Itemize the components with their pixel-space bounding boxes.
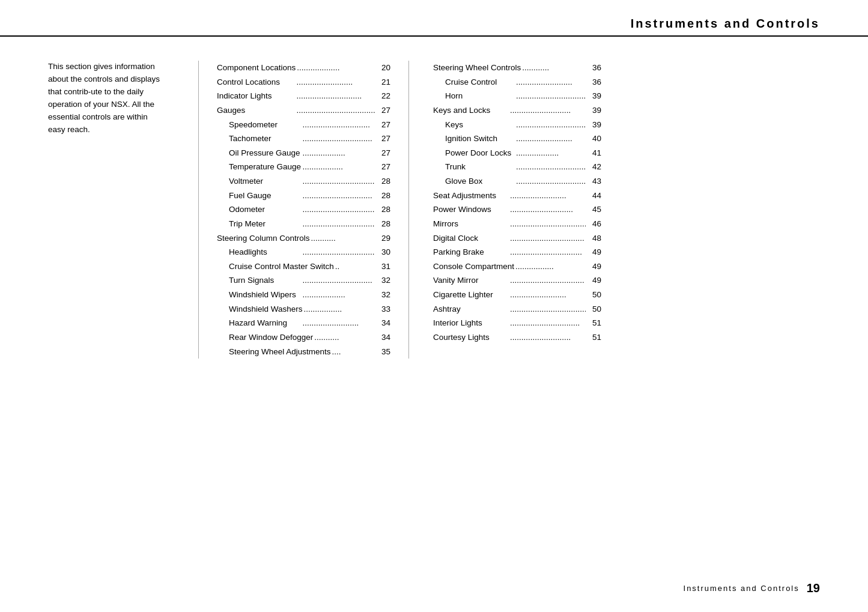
toc-right-item: Vanity Mirror...........................…	[433, 273, 601, 288]
toc-entry-page: 42	[587, 160, 601, 174]
toc-entry-dots: ................................	[510, 245, 586, 259]
toc-entry-page: 39	[587, 89, 601, 103]
toc-right-item: Trunk...................................…	[433, 160, 601, 174]
toc-entry-dots: .........................	[297, 75, 375, 89]
page-footer: Instruments and Controls 19	[684, 581, 820, 595]
toc-entry-dots: ...................	[303, 288, 375, 302]
toc-middle-item: Steering Column Controls...........29	[217, 231, 390, 246]
toc-right: Steering Wheel Controls............36Cru…	[409, 61, 601, 359]
toc-entry-page: 27	[376, 132, 390, 146]
toc-entry-dots: ...............................	[303, 273, 375, 288]
toc-entry-page: 29	[376, 231, 390, 246]
toc-entry-page: 48	[587, 231, 601, 246]
toc-middle: Component Locations...................20…	[217, 61, 409, 359]
toc-entry-dots: .......................................	[303, 174, 375, 189]
toc-middle-item: Indicator Lights........................…	[217, 89, 390, 103]
toc-entry-label: Speedometer	[229, 118, 302, 132]
toc-right-item: Seat Adjustments........................…	[433, 189, 601, 203]
toc-middle-item: Voltmeter...............................…	[217, 174, 390, 189]
toc-entry-dots: ..............................	[303, 118, 375, 132]
toc-entry-dots: ..................	[303, 160, 375, 174]
toc-entry-page: 49	[587, 245, 601, 259]
toc-right-item: Horn....................................…	[433, 89, 601, 103]
toc-entry-dots: ............................	[510, 202, 586, 217]
toc-entry-label: Rear Window Defogger	[229, 330, 313, 345]
toc-entry-dots: ...................	[516, 146, 586, 160]
toc-entry-dots: ....................................	[516, 174, 586, 189]
toc-entry-label: Mirrors	[433, 217, 509, 231]
toc-middle-item: Headlights..............................…	[217, 245, 390, 259]
toc-entry-page: 50	[587, 288, 601, 302]
toc-middle-item: Hazard Warning.........................3…	[217, 316, 390, 330]
toc-entry-dots: ..	[335, 259, 375, 274]
toc-entry-label: Vanity Mirror	[433, 273, 509, 288]
toc-entry-dots: ....................................	[303, 202, 375, 217]
toc-entry-dots: .............................	[297, 89, 375, 103]
toc-entry-page: 28	[376, 217, 390, 231]
toc-entry-page: 51	[587, 316, 601, 330]
footer-page-number: 19	[807, 581, 820, 595]
toc-entry-page: 36	[587, 61, 601, 75]
toc-entry-page: 36	[587, 75, 601, 89]
toc-entry-label: Indicator Lights	[217, 89, 296, 103]
toc-right-item: Cigarette Lighter.......................…	[433, 288, 601, 302]
toc-entry-label: Component Locations	[217, 61, 296, 75]
toc-entry-label: Courtesy Lights	[433, 330, 509, 345]
toc-right-item: Ignition Switch.........................…	[433, 132, 601, 146]
toc-middle-item: Gauges..................................…	[217, 103, 390, 118]
toc-entry-dots: .........................	[303, 316, 375, 330]
toc-entry-page: 31	[376, 259, 390, 274]
toc-entry-label: Glove Box	[445, 174, 515, 189]
toc-entry-label: Ignition Switch	[445, 132, 515, 146]
toc-entry-label: Tachometer	[229, 132, 302, 146]
toc-entry-page: 34	[376, 316, 390, 330]
toc-entry-page: 30	[376, 245, 390, 259]
toc-entry-page: 44	[587, 189, 601, 203]
toc-entry-dots: ............	[522, 61, 586, 75]
toc-entry-dots: .................	[304, 302, 375, 317]
toc-entry-dots: .................	[515, 259, 586, 274]
toc-entry-page: 22	[376, 89, 390, 103]
toc-entry-page: 20	[376, 61, 390, 75]
intro-text: This section gives information about the…	[48, 61, 162, 136]
toc-right-item: Courtesy Lights.........................…	[433, 330, 601, 345]
toc-entry-page: 41	[587, 146, 601, 160]
toc-entry-dots: ....	[332, 345, 375, 359]
toc-entry-dots: ........................................…	[510, 217, 586, 231]
toc-entry-label: Fuel Gauge	[229, 189, 302, 203]
toc-entry-page: 50	[587, 302, 601, 317]
toc-right-item: Interior Lights.........................…	[433, 316, 601, 330]
toc-entry-label: Gauges	[217, 103, 296, 118]
toc-entry-page: 27	[376, 160, 390, 174]
toc-entry-dots: .................................	[303, 245, 375, 259]
toc-entry-label: Seat Adjustments	[433, 189, 509, 203]
toc-entry-label: Steering Wheel Adjustments	[229, 345, 331, 359]
toc-entry-page: 28	[376, 174, 390, 189]
toc-entry-label: Windshield Wipers	[229, 288, 302, 302]
toc-entry-page: 28	[376, 189, 390, 203]
toc-entry-page: 21	[376, 75, 390, 89]
toc-entry-dots: ........................................…	[297, 103, 375, 118]
toc-middle-item: Tachometer..............................…	[217, 132, 390, 146]
toc-entry-label: Voltmeter	[229, 174, 302, 189]
header-title: Instruments and Controls	[631, 17, 820, 31]
toc-entry-page: 49	[587, 273, 601, 288]
toc-right-item: Keys....................................…	[433, 118, 601, 132]
toc-middle-item: Windshield Wipers...................32	[217, 288, 390, 302]
toc-entry-label: Trip Meter	[229, 217, 302, 231]
toc-middle-item: Turn Signals............................…	[217, 273, 390, 288]
toc-middle-item: Oil Pressure Gauge...................27	[217, 146, 390, 160]
toc-entry-dots: .................................	[510, 231, 586, 246]
toc-middle-item: Control Locations.......................…	[217, 75, 390, 89]
toc-entry-page: 49	[587, 259, 601, 274]
toc-entry-label: Interior Lights	[433, 316, 509, 330]
toc-entry-dots: ........................................…	[516, 160, 586, 174]
toc-entry-page: 46	[587, 217, 601, 231]
page-header: Instruments and Controls	[0, 0, 868, 37]
toc-entry-page: 33	[376, 302, 390, 317]
toc-entry-page: 39	[587, 103, 601, 118]
toc-middle-item: Temperature Gauge..................27	[217, 160, 390, 174]
toc-entry-page: 51	[587, 330, 601, 345]
toc-entry-page: 43	[587, 174, 601, 189]
toc-right-item: Console Compartment.................49	[433, 259, 601, 274]
